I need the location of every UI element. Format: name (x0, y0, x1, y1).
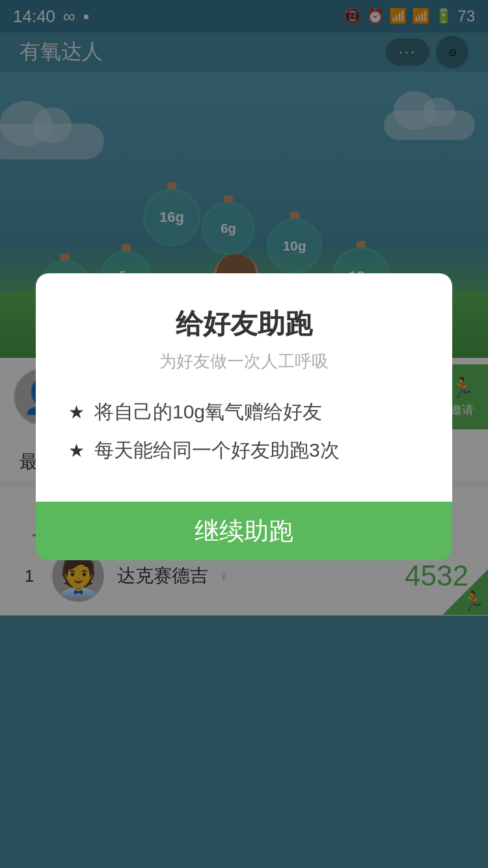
star-icon-2: ★ (68, 440, 85, 461)
star-icon-1: ★ (68, 401, 85, 423)
modal-title: 给好友助跑 (68, 306, 420, 342)
modal-item-2-text: 每天能给同一个好友助跑3次 (94, 437, 340, 464)
modal-card: 给好友助跑 为好友做一次人工呼吸 ★ 将自己的10g氧气赠给好友 ★ 每天能给同… (36, 273, 452, 502)
continue-button[interactable]: 继续助跑 (36, 502, 452, 560)
modal-item-1-text: 将自己的10g氧气赠给好友 (94, 399, 322, 426)
modal-item-2: ★ 每天能给同一个好友助跑3次 (68, 437, 420, 464)
modal-item-1: ★ 将自己的10g氧气赠给好友 (68, 399, 420, 426)
modal-overlay: 给好友助跑 为好友做一次人工呼吸 ★ 将自己的10g氧气赠给好友 ★ 每天能给同… (0, 0, 488, 868)
modal-subtitle: 为好友做一次人工呼吸 (68, 350, 420, 373)
